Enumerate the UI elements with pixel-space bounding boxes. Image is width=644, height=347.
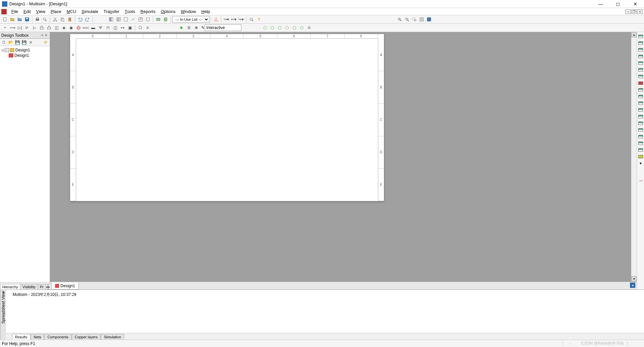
network-analyzer-button[interactable] bbox=[638, 120, 644, 126]
back-annotate-button[interactable]: ↩▾ bbox=[230, 16, 237, 23]
scroll-down-button[interactable]: ▾ bbox=[631, 276, 637, 282]
mdi-close-button[interactable]: × bbox=[637, 9, 643, 14]
tab-visibility[interactable]: Visibility bbox=[20, 284, 38, 290]
function-generator-button[interactable] bbox=[638, 40, 644, 46]
place-bus-button[interactable]: ≡ bbox=[144, 24, 151, 31]
pin-icon[interactable]: ⊣ bbox=[39, 33, 44, 38]
tab-copper-layers[interactable]: Copper layers bbox=[72, 334, 100, 340]
place-rf-button[interactable]: Ψ bbox=[97, 24, 104, 31]
tab-simulation[interactable]: Simulation bbox=[101, 334, 124, 340]
menu-edit[interactable]: Edit bbox=[21, 8, 33, 15]
toggle-design-toolbox-button[interactable] bbox=[108, 16, 115, 23]
place-advanced-button[interactable]: ▬ bbox=[90, 24, 96, 31]
distortion-analyzer-button[interactable] bbox=[638, 107, 644, 113]
agilent-multimeter-button[interactable] bbox=[638, 134, 644, 140]
place-mcu-button[interactable]: ▣ bbox=[127, 24, 133, 31]
run-button[interactable] bbox=[178, 24, 185, 31]
probe-differential-button[interactable] bbox=[284, 24, 290, 31]
place-mixed-button[interactable]: ◈ bbox=[60, 24, 67, 31]
open-design-button[interactable]: 📂 bbox=[8, 39, 14, 45]
tab-hierarchy[interactable]: Hierarchy bbox=[0, 284, 20, 290]
scroll-up-button[interactable]: ▴ bbox=[631, 32, 637, 37]
collapse-icon[interactable]: ⊟ bbox=[1, 48, 5, 52]
save-button[interactable] bbox=[24, 16, 30, 23]
find-button[interactable] bbox=[248, 16, 255, 23]
forward-annotate-button[interactable]: ↪▾ bbox=[238, 16, 244, 23]
toggle-postprocessor-button[interactable] bbox=[137, 16, 144, 23]
tab-pr[interactable]: Pr bbox=[38, 284, 46, 290]
menu-help[interactable]: Help bbox=[199, 8, 213, 15]
place-indicator-button[interactable]: ◉ bbox=[68, 24, 74, 31]
place-misc-digital-button[interactable]: ◫ bbox=[53, 24, 60, 31]
database-manager-button[interactable] bbox=[162, 16, 169, 23]
probe-digital-button[interactable] bbox=[298, 24, 305, 31]
undo-button[interactable] bbox=[77, 16, 83, 23]
electrical-rules-check-button[interactable] bbox=[213, 16, 219, 23]
wattmeter-button[interactable] bbox=[638, 47, 644, 53]
fullscreen-button[interactable] bbox=[426, 16, 432, 23]
agilent-scope-button[interactable] bbox=[638, 140, 644, 146]
scroll-track[interactable] bbox=[631, 37, 637, 276]
goto-ultiboard-button[interactable]: ↪▾ bbox=[223, 16, 230, 23]
agilent-fgen-button[interactable] bbox=[638, 127, 644, 133]
place-misc-button[interactable]: MISC bbox=[82, 24, 89, 31]
tektronix-scope-button[interactable] bbox=[638, 147, 644, 153]
maximize-button[interactable]: ◻ bbox=[611, 1, 625, 7]
place-power-button[interactable]: ⏻ bbox=[75, 24, 82, 31]
close-design-button[interactable]: ✕ bbox=[28, 39, 34, 45]
new-button[interactable] bbox=[2, 16, 8, 23]
frequency-counter-button[interactable] bbox=[638, 73, 644, 79]
in-use-list-select[interactable]: --- In-Use List --- bbox=[172, 16, 209, 23]
component-wizard-button[interactable] bbox=[155, 16, 162, 23]
bode-plotter-button[interactable] bbox=[638, 67, 644, 73]
menu-window[interactable]: Window bbox=[178, 8, 199, 15]
open-button[interactable] bbox=[9, 16, 16, 23]
toggle-grapher-button[interactable] bbox=[130, 16, 137, 23]
spreadsheet-content[interactable]: Multisim - 2023年2月10日, 10:37:29 bbox=[6, 290, 644, 333]
place-connector-button[interactable]: ⊶ bbox=[119, 24, 126, 31]
menu-options[interactable]: Options bbox=[158, 8, 178, 15]
menu-tools[interactable]: Tools bbox=[122, 8, 138, 15]
place-ttl-button[interactable]: 凸 bbox=[38, 24, 45, 31]
simulation-mode-input[interactable] bbox=[205, 24, 241, 31]
place-ni-button[interactable]: ◫ bbox=[112, 24, 119, 31]
probe-reference-button[interactable] bbox=[291, 24, 298, 31]
save-all-button[interactable]: 💾 bbox=[21, 39, 27, 45]
tree-child-node[interactable]: Design1 bbox=[9, 53, 49, 58]
zoom-in-button[interactable] bbox=[396, 16, 403, 23]
menu-reports[interactable]: Reports bbox=[138, 8, 158, 15]
tab-results[interactable]: Results bbox=[12, 334, 30, 340]
design-tree[interactable]: ⊟ ✓ Design1 Design1 bbox=[0, 46, 50, 282]
spectrum-analyzer-button[interactable] bbox=[638, 114, 644, 120]
place-transistor-button[interactable]: ⊬ bbox=[24, 24, 30, 31]
menu-mcu[interactable]: MCU bbox=[64, 8, 79, 15]
redo-button[interactable] bbox=[84, 16, 91, 23]
place-hierarchical-button[interactable]: ⎔ bbox=[137, 24, 144, 31]
toggle-spreadsheet-button[interactable] bbox=[115, 16, 122, 23]
tab-scroll-left[interactable]: ◂ bbox=[46, 284, 48, 290]
probe-power-button[interactable] bbox=[276, 24, 283, 31]
cut-button[interactable] bbox=[52, 16, 58, 23]
place-cmos-button[interactable]: 凸 bbox=[46, 24, 52, 31]
checkbox-icon[interactable]: ✓ bbox=[5, 48, 9, 52]
close-button[interactable]: ✕ bbox=[629, 1, 642, 7]
copy-button[interactable] bbox=[59, 16, 66, 23]
parent-sheet-button[interactable] bbox=[145, 16, 151, 23]
minimize-button[interactable]: — bbox=[594, 1, 607, 7]
refresh-button[interactable]: ⟳ bbox=[43, 39, 49, 45]
zoom-out-button[interactable] bbox=[404, 16, 410, 23]
menu-transfer[interactable]: Transfer bbox=[101, 8, 122, 15]
menu-view[interactable]: View bbox=[33, 8, 48, 15]
toggle-netlist-button[interactable] bbox=[123, 16, 129, 23]
tab-list-button[interactable]: ▾ bbox=[630, 283, 635, 288]
iv-analyzer-button[interactable] bbox=[638, 100, 644, 106]
paste-button[interactable] bbox=[66, 16, 73, 23]
place-analog-button[interactable]: ▷ bbox=[31, 24, 38, 31]
word-generator-button[interactable] bbox=[638, 80, 644, 86]
pause-button[interactable] bbox=[186, 24, 192, 31]
menu-place[interactable]: Place bbox=[48, 8, 64, 15]
zoom-fit-button[interactable] bbox=[418, 16, 425, 23]
schematic-page[interactable]: 0 1 2 3 4 5 6 7 8 A B C D bbox=[70, 34, 384, 201]
open-sample-button[interactable] bbox=[16, 16, 23, 23]
tab-components[interactable]: Components bbox=[44, 334, 71, 340]
